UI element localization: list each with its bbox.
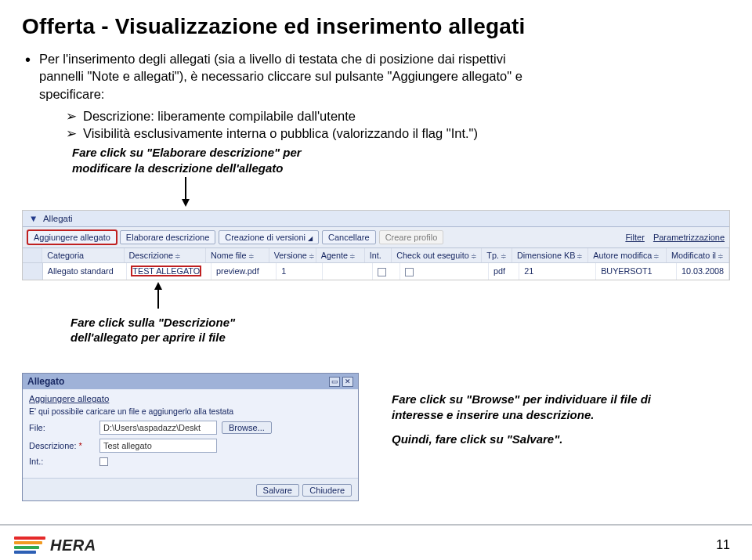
logo-bars-icon (14, 535, 45, 555)
cell-filename: preview.pdf (212, 263, 277, 280)
arrow-item-2: Visibilità esclusivamente interna o pubb… (66, 125, 730, 142)
cell-category: Allegato standard (43, 263, 128, 280)
dialog-add-link[interactable]: Aggiungere allegato (29, 394, 352, 403)
cell-size: 21 (519, 263, 596, 280)
cell-checkout-checkbox[interactable] (405, 268, 414, 276)
col-int[interactable]: Int. (370, 251, 381, 260)
description-input[interactable]: Test allegato (99, 439, 217, 453)
file-label: File: (29, 423, 95, 432)
caption1-line1: Fare click su "Elaborare descrizione" pe… (72, 146, 302, 159)
collapse-icon[interactable]: ▼ (29, 214, 38, 223)
dialog-maximize-icon[interactable]: ▭ (329, 377, 340, 387)
cell-modified: 10.03.2008 (677, 263, 729, 280)
col-type[interactable]: Tp. (486, 251, 499, 260)
col-category[interactable]: Categoria (47, 251, 84, 260)
arrow-down-icon (180, 177, 730, 207)
edit-description-button[interactable]: Elaborare descrizione (120, 230, 215, 244)
page-title: Offerta - Visualizzazione ed inserimento… (22, 14, 730, 39)
panel-header[interactable]: ▼ Allegati (23, 211, 729, 227)
hera-logo: HERA (14, 535, 96, 555)
footer-divider (0, 524, 752, 526)
int-label: Int.: (29, 457, 95, 466)
save-button[interactable]: Salvare (256, 484, 299, 497)
col-description[interactable]: Descrizione (129, 251, 173, 260)
page-number: 11 (716, 538, 730, 552)
caption3-line2: interesse e inserire una descrizione. (392, 408, 594, 421)
table-header: Categoria Descrizione≑ Nome file≑ Versio… (23, 248, 729, 263)
intro-text-2: pannelli "Note e allegati"), è necessari… (39, 69, 522, 83)
cell-author: BUYERSOT1 (596, 263, 677, 280)
cell-int-checkbox[interactable] (378, 268, 386, 276)
col-agent[interactable]: Agente (321, 251, 348, 260)
create-profile-button: Creare profilo (379, 230, 444, 244)
attachments-panel: ▼ Allegati Aggiungere allegato Elaborare… (22, 210, 730, 280)
browse-button[interactable]: Browse... (222, 421, 272, 434)
table-row[interactable]: Allegato standard TEST ALLEGATO preview.… (23, 263, 729, 280)
svg-marker-1 (182, 199, 190, 207)
cell-description-link[interactable]: TEST ALLEGATO (132, 266, 200, 276)
cell-version: 1 (277, 263, 323, 280)
dialog-close-icon[interactable]: ✕ (342, 377, 353, 387)
int-checkbox[interactable] (99, 457, 108, 466)
description-label: Descrizione: * (29, 441, 95, 450)
caption2-line1: Fare click sulla "Descrizione" (70, 316, 235, 329)
create-version-button[interactable]: Creazione di versioni ◢ (219, 230, 319, 244)
col-size[interactable]: Dimensione KB (517, 251, 575, 260)
toolbar: Aggiungere allegato Elaborare descrizion… (23, 227, 729, 248)
arrow-up-icon (153, 282, 752, 312)
cell-agent (323, 263, 373, 280)
dialog-title: Allegato (27, 376, 327, 387)
arrow-item-1: Descrizione: liberamente compilabile dal… (66, 107, 730, 125)
col-author[interactable]: Autore modifica (593, 251, 652, 260)
col-filename[interactable]: Nome file (211, 251, 247, 260)
caption3-line3: Quindi, fare click su "Salvare". (392, 432, 562, 446)
filter-link[interactable]: Filter (625, 233, 644, 242)
intro-list: Per l'inserimento degli allegati (sia a … (24, 50, 730, 207)
delete-button[interactable]: Cancellare (322, 230, 376, 244)
cell-type: pdf (489, 263, 519, 280)
parametrization-link[interactable]: Parametrizzazione (653, 233, 725, 242)
attachment-dialog: Allegato ▭ ✕ Aggiungere allegato E' qui … (22, 373, 359, 501)
logo-text: HERA (50, 537, 96, 555)
add-attachment-button[interactable]: Aggiungere allegato (27, 230, 117, 244)
dialog-note: E' qui possibile caricare un file e aggi… (29, 406, 352, 416)
col-modified[interactable]: Modificato il (671, 251, 716, 260)
caption2-line2: dell'allegato per aprire il file (70, 331, 226, 344)
close-button[interactable]: Chiudere (302, 484, 352, 497)
panel-header-label: Allegati (43, 214, 73, 223)
caption3-line1: Fare click su "Browse" per individuare i… (392, 392, 651, 406)
caption1-line2: modificare la descrizione dell'allegato (72, 161, 284, 175)
file-input[interactable]: D:\Users\aspadazz\Deskt (99, 421, 217, 435)
col-version[interactable]: Versione (274, 251, 307, 260)
intro-text-3: specificare: (39, 87, 104, 101)
col-checkout[interactable]: Check out eseguito (396, 251, 468, 260)
intro-text-1: Per l'inserimento degli allegati (sia a … (39, 52, 506, 66)
create-version-label: Creazione di versioni (225, 233, 306, 242)
